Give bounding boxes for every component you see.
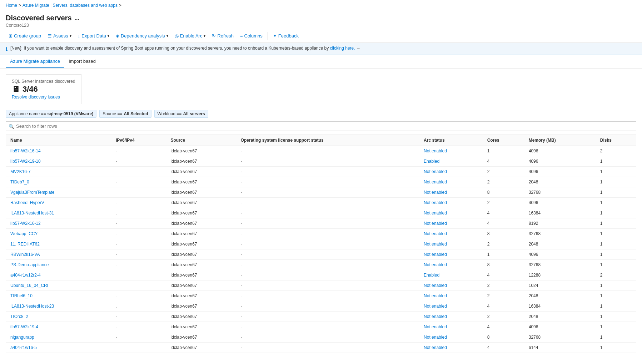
info-banner-text: [New]: If you want to enable discovery a… [10,46,360,51]
cell-name: TIDeb7_0 [6,177,111,187]
cell-name: Vgajula3FromTemplate [6,187,111,198]
cell-source: idclab-vcen67 [166,208,236,218]
cell-memory: 2048 [524,312,596,322]
cell-cores: 1 [483,146,524,156]
table-row[interactable]: nigangurapp - idclab-vcen67 - Not enable… [6,332,636,343]
cell-source: idclab-vcen67 [166,312,236,322]
resolve-discovery-link[interactable]: Resolve discovery issues [12,95,75,100]
cell-name: ILA813-NestedHost-23 [6,301,111,312]
table-row[interactable]: TIOrc8_2 - idclab-vcen67 - Not enabled 2… [6,312,636,322]
table-row[interactable]: PS-Demo-appliance - idclab-vcen67 - Not … [6,260,636,270]
cell-cores: 8 [483,332,524,343]
cell-cores: 4 [483,343,524,353]
search-input[interactable] [6,121,636,131]
table-row[interactable]: ILA813-NestedHost-31 . idclab-vcen67 - N… [6,208,636,218]
cell-source: idclab-vcen67 [166,218,236,229]
cell-arc-status: Enabled [419,270,483,280]
breadcrumb-sep2: > [119,3,121,8]
cell-name: TIOrc8_2 [6,312,111,322]
table-row[interactable]: Ubuntu_16_04_CRI idclab-vcen67 - Not ena… [6,280,636,291]
cell-ip [111,187,166,198]
cell-arc-status: Not enabled [419,167,483,177]
cell-arc-status: Not enabled [419,260,483,270]
tab-azure-migrate-appliance[interactable]: Azure Migrate appliance [6,55,64,68]
cell-name: 11. REDHAT62 [6,239,111,249]
cell-ip: - [111,177,166,187]
cell-arc-status: Not enabled [419,322,483,332]
tabs: Azure Migrate appliance Import based [0,55,642,69]
feedback-button[interactable]: ✦ Feedback [270,31,302,40]
breadcrumb-azure-migrate[interactable]: Azure Migrate | Servers, databases and w… [23,3,118,8]
cell-ip: - [111,146,166,156]
table-row[interactable]: MV2K16-7 idclab-vcen67 - Not enabled 2 4… [6,167,636,177]
cell-source: idclab-vcen67 [166,239,236,249]
refresh-button[interactable]: ↻ Refresh [209,31,237,40]
more-options-icon[interactable]: ... [75,15,79,21]
cell-cores: 1 [483,249,524,260]
cell-name: iIb57-W2k16-14 [6,146,111,156]
table-body: iIb57-W2k16-14 - idclab-vcen67 - Not ena… [6,146,636,353]
cell-ip: - [111,239,166,249]
table-row[interactable]: a404-r1w12r2-4 idclab-vcen67 - Enabled 4… [6,270,636,280]
cell-disks: 1 [596,291,636,301]
cell-os-license: - [237,249,419,260]
cell-source: idclab-vcen67 [166,187,236,198]
cell-ip: - [111,260,166,270]
breadcrumb-home[interactable]: Home [6,3,17,8]
cell-name: a404-r1w12r2-4 [6,270,111,280]
table-row[interactable]: RBWin2k16-VA - idclab-vcen67 - Not enabl… [6,249,636,260]
create-group-icon: ⊞ [9,33,13,39]
export-data-icon: ↓ [78,33,80,39]
table-row[interactable]: iIb57-W2k16-12 - idclab-vcen67 - Not ena… [6,218,636,229]
cell-cores: 8 [483,187,524,198]
cell-source: idclab-vcen67 [166,343,236,353]
cell-source: idclab-vcen67 [166,146,236,156]
cell-name: a404-r1w16-5 [6,343,111,353]
filter-chip-appliance[interactable]: Appliance name == sql-ecy-0519 (VMware) [6,110,96,118]
table-row[interactable]: Webapp_CCY - idclab-vcen67 - Not enabled… [6,229,636,239]
search-container: 🔍 [6,121,636,131]
table-row[interactable]: iIb57-W2k16-14 - idclab-vcen67 - Not ena… [6,146,636,156]
cell-cores: 2 [483,291,524,301]
page-header: Discovered servers ... Contoso123 [0,11,642,29]
info-banner-link[interactable]: clicking here. [330,46,355,51]
cell-memory: 4096 [524,322,596,332]
cell-source: idclab-vcen67 [166,270,236,280]
table-row[interactable]: a404-r1w16-5 idclab-vcen67 - Not enabled… [6,343,636,353]
cell-source: idclab-vcen67 [166,291,236,301]
export-data-button[interactable]: ↓ Export Data ▾ [75,31,112,40]
cell-ip: - [111,322,166,332]
cell-ip: - [111,249,166,260]
cell-os-license: - [237,332,419,343]
tab-import-based[interactable]: Import based [64,55,100,68]
cell-memory: 32768 [524,229,596,239]
table-row[interactable]: iIb57-W2k19-10 - idclab-vcen67 - Enabled… [6,156,636,167]
enable-arc-button[interactable]: ◎ Enable Arc ▾ [172,31,209,40]
filter-chip-workload[interactable]: Workload == All servers [154,110,208,118]
cell-ip: - [111,291,166,301]
cell-disks: 1 [596,249,636,260]
assess-button[interactable]: ☰ Assess ▾ [45,31,74,40]
cell-arc-status: Not enabled [419,301,483,312]
columns-button[interactable]: ≡ Columns [237,31,265,40]
columns-icon: ≡ [240,33,243,39]
cell-source: idclab-vcen67 [166,280,236,291]
cell-memory: 32768 [524,187,596,198]
table-row[interactable]: TIDeb7_0 - idclab-vcen67 - Not enabled 2… [6,177,636,187]
cell-disks: 1 [596,280,636,291]
table-row[interactable]: Vgajula3FromTemplate idclab-vcen67 - Not… [6,187,636,198]
table-row[interactable]: iIb57-W2k19-4 - idclab-vcen67 - Not enab… [6,322,636,332]
cell-ip: - [111,156,166,167]
cell-os-license: - [237,218,419,229]
filter-chip-source[interactable]: Source == All Selected [99,110,151,118]
table-row[interactable]: TIRhel6_10 - idclab-vcen67 - Not enabled… [6,291,636,301]
table-row[interactable]: 11. REDHAT62 - idclab-vcen67 - Not enabl… [6,239,636,249]
create-group-button[interactable]: ⊞ Create group [6,31,44,40]
servers-table: Name IPv6/IPv4 Source Operating system l… [6,135,636,353]
cell-memory: 32768 [524,332,596,343]
table-row[interactable]: Rasheed_HyperV - idclab-vcen67 - Not ena… [6,198,636,208]
cell-disks: 1 [596,301,636,312]
table-row[interactable]: ILA813-NestedHost-23 . idclab-vcen67 - N… [6,301,636,312]
dependency-analysis-button[interactable]: ◈ Dependency analysis ▾ [113,31,171,40]
cell-memory: 1024 [524,280,596,291]
